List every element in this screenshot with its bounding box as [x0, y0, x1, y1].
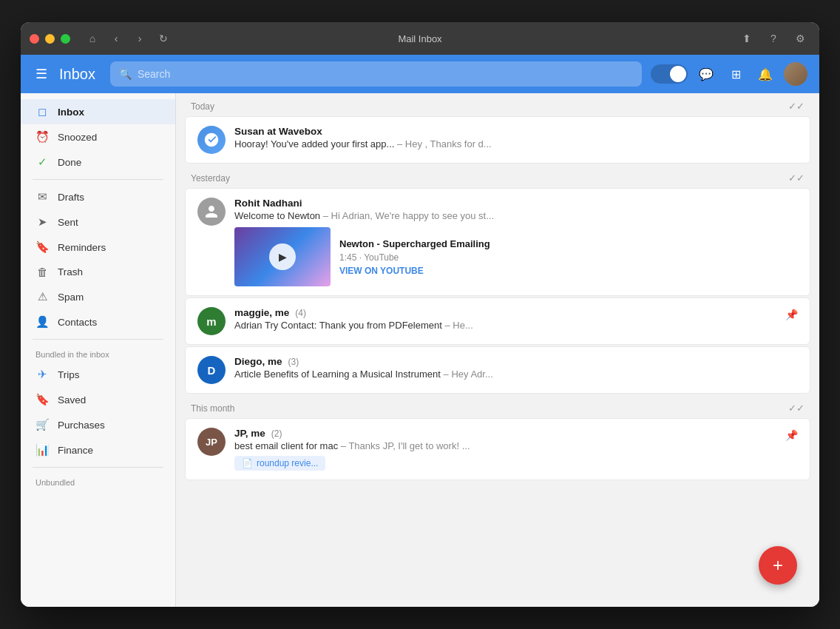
app-body: ☰ Inbox 🔍 💬 ⊞ 🔔 [21, 55, 819, 607]
sidebar-item-trips[interactable]: ✈ Trips [21, 362, 175, 387]
chat-button[interactable]: 💬 [695, 63, 717, 85]
section-action-yesterday[interactable]: ✓✓ [788, 172, 805, 184]
wavebox-logo-icon [203, 132, 220, 148]
trash-icon: 🗑 [35, 266, 49, 278]
email-attachment-jp[interactable]: 📄 roundup revie... [234, 456, 325, 471]
sidebar-divider-3 [33, 467, 163, 468]
sidebar-item-trash[interactable]: 🗑 Trash [21, 260, 175, 284]
email-sender-rohit: Rohit Nadhani [234, 198, 302, 209]
sidebar-item-drafts[interactable]: ✉ Drafts [21, 184, 175, 209]
email-meta-diego: Diego, me (3) [234, 356, 798, 367]
sidebar-item-sent[interactable]: ➤ Sent [21, 209, 175, 235]
email-row-jp: JP JP, me (2) best email client for mac … [197, 428, 798, 471]
search-input[interactable] [138, 68, 633, 80]
close-button[interactable] [30, 34, 39, 44]
sidebar-label-purchases: Purchases [58, 420, 105, 431]
trips-icon: ✈ [35, 368, 49, 381]
email-item-rohit[interactable]: Rohit Nadhani Welcome to Newton – Hi Adr… [185, 188, 810, 296]
email-subject-susan: Hooray! You've added your first app... –… [234, 138, 798, 149]
video-info: Newton - Supercharged Emailing 1:45 · Yo… [339, 227, 490, 286]
email-avatar-diego: D [197, 356, 226, 384]
help-button[interactable]: ? [763, 28, 784, 49]
email-avatar-susan [197, 126, 226, 154]
sidebar-label-trips: Trips [58, 369, 80, 380]
nav-back-button[interactable]: ‹ [106, 28, 126, 49]
email-meta-jp: JP, me (2) [234, 428, 776, 439]
nav-forward-button[interactable]: › [129, 28, 150, 49]
email-item-susan[interactable]: Susan at Wavebox Hooray! You've added yo… [185, 116, 810, 164]
view-on-youtube-link[interactable]: VIEW ON YOUTUBE [339, 266, 490, 276]
toolbar-title: Inbox [59, 66, 95, 83]
play-button-icon[interactable]: ▶ [269, 243, 296, 270]
sidebar: ◻ Inbox ⏰ Snoozed ✓ Done ✉ Drafts ➤ [21, 93, 176, 607]
sidebar-item-inbox[interactable]: ◻ Inbox [21, 99, 175, 124]
sidebar-item-saved[interactable]: 🔖 Saved [21, 387, 175, 412]
sidebar-label-reminders: Reminders [58, 242, 106, 253]
sidebar-divider-1 [33, 179, 163, 180]
video-thumbnail[interactable]: ▶ [234, 227, 331, 286]
maximize-button[interactable] [61, 34, 70, 44]
settings-button[interactable]: ⚙ [790, 28, 810, 49]
grid-button[interactable]: ⊞ [725, 63, 747, 85]
purchases-icon: 🛒 [35, 418, 49, 431]
section-action-month[interactable]: ✓✓ [788, 403, 805, 414]
email-row: Susan at Wavebox Hooray! You've added yo… [197, 126, 798, 154]
app-window: ⌂ ‹ › ↻ Mail Inbox ⬆ ? ⚙ ☰ Inbox 🔍 [21, 22, 819, 607]
sidebar-item-reminders[interactable]: 🔖 Reminders [21, 235, 175, 260]
nav-refresh-button[interactable]: ↻ [153, 28, 174, 49]
notification-button[interactable]: 🔔 [754, 63, 776, 85]
email-item-maggie[interactable]: m maggie, me (4) Adrian Try Contact: Tha… [185, 297, 810, 345]
sidebar-item-done[interactable]: ✓ Done [21, 149, 175, 175]
sidebar-item-purchases[interactable]: 🛒 Purchases [21, 412, 175, 437]
content-area: ◻ Inbox ⏰ Snoozed ✓ Done ✉ Drafts ➤ [21, 93, 819, 607]
email-subject-jp: best email client for mac – Thanks JP, I… [234, 440, 776, 451]
sidebar-item-snoozed[interactable]: ⏰ Snoozed [21, 124, 175, 149]
sidebar-item-contacts[interactable]: 👤 Contacts [21, 309, 175, 334]
toggle-switch[interactable] [651, 64, 688, 84]
video-meta: 1:45 · YouTube [339, 252, 490, 263]
email-avatar-rohit [197, 198, 226, 226]
unbundled-section-label: Unbundled [21, 472, 175, 490]
sidebar-label-done: Done [58, 157, 81, 168]
email-sender-jp: JP, me [234, 428, 265, 439]
email-list: Today ✓✓ Susan at W [176, 93, 819, 607]
section-action-today[interactable]: ✓✓ [788, 101, 805, 112]
sidebar-item-spam[interactable]: ⚠ Spam [21, 284, 175, 309]
nav-home-button[interactable]: ⌂ [82, 28, 103, 49]
email-count-maggie: (4) [295, 308, 306, 318]
finance-icon: 📊 [35, 443, 49, 457]
doc-icon: 📄 [242, 458, 253, 468]
person-icon [204, 204, 219, 219]
share-button[interactable]: ⬆ [736, 28, 757, 49]
email-video-rohit: ▶ Newton - Supercharged Emailing 1:45 · … [234, 227, 798, 286]
window-title: Mail Inbox [398, 33, 441, 44]
minimize-button[interactable] [45, 34, 55, 44]
compose-fab[interactable]: + [759, 546, 797, 585]
main-content: Today ✓✓ Susan at W [176, 93, 819, 607]
email-count-jp: (2) [271, 428, 282, 439]
titlebar: ⌂ ‹ › ↻ Mail Inbox ⬆ ? ⚙ [21, 22, 819, 55]
email-row-maggie: m maggie, me (4) Adrian Try Contact: Tha… [197, 307, 798, 335]
avatar-image [784, 62, 807, 86]
spam-icon: ⚠ [35, 290, 49, 303]
email-content-jp: JP, me (2) best email client for mac – T… [234, 428, 776, 471]
search-bar: 🔍 [110, 61, 642, 87]
sidebar-label-spam: Spam [58, 292, 84, 303]
email-subject-maggie: Adrian Try Contact: Thank you from PDFel… [234, 320, 776, 331]
hamburger-button[interactable]: ☰ [33, 63, 50, 85]
sidebar-item-finance[interactable]: 📊 Finance [21, 437, 175, 462]
toolbar: ☰ Inbox 🔍 💬 ⊞ 🔔 [21, 55, 819, 93]
attachment-label: roundup revie... [257, 458, 318, 468]
email-count-diego: (3) [288, 357, 299, 367]
email-item-diego[interactable]: D Diego, me (3) Article Benefits of Lear… [185, 346, 810, 394]
email-meta-susan: Susan at Wavebox [234, 126, 798, 137]
section-header-today: Today ✓✓ [176, 93, 819, 116]
section-header-month: This month ✓✓ [176, 395, 819, 418]
titlebar-actions: ⬆ ? ⚙ [736, 28, 810, 49]
avatar[interactable] [784, 62, 807, 86]
sidebar-label-finance: Finance [58, 445, 93, 456]
sidebar-label-inbox: Inbox [58, 107, 84, 118]
saved-icon: 🔖 [35, 393, 49, 406]
section-header-yesterday: Yesterday ✓✓ [176, 165, 819, 188]
email-item-jp[interactable]: JP JP, me (2) best email client for mac … [185, 418, 810, 480]
